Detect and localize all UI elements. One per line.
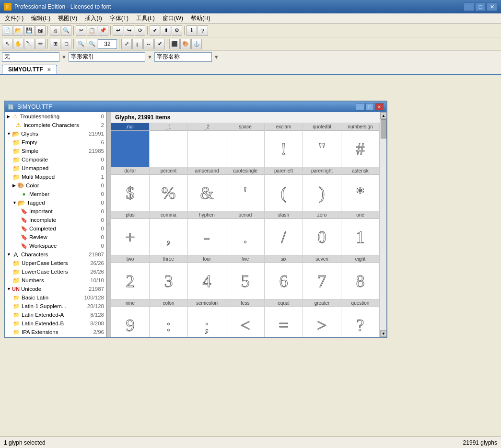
tree-item-incomplete-chars[interactable]: ⚠ Incomplete Characters 2 [5,121,106,129]
anchor-button[interactable]: ⚓ [191,39,202,49]
open-button[interactable]: 📂 [13,25,23,36]
save-button[interactable]: 💾 [24,25,35,36]
menu-view[interactable]: 视图(V) [54,13,81,23]
glyph-cell-ampersand[interactable]: ampersand & [188,167,226,211]
print-button[interactable]: 🖨 [50,25,60,36]
tree-item-ipa-ext[interactable]: 📁 IPA Extensions 2/96 [5,328,106,336]
glyph-cell-six[interactable]: six 6 [265,255,303,299]
expand-arrow-characters[interactable]: ▼ [7,252,11,257]
cut-button[interactable]: ✂ [76,25,86,36]
glyph-cell-parenright[interactable]: parenright ) [303,167,341,211]
scroll-thumb[interactable] [381,119,386,138]
glyph-cell-four[interactable]: four 4 [188,255,226,299]
glyph-scrollbar[interactable]: ▲ ▼ [380,112,386,337]
fw-restore-button[interactable]: □ [365,103,374,111]
menu-window[interactable]: 窗口(W) [159,13,187,23]
tree-item-incomplete[interactable]: 🔖 Incomplete 0 [5,216,106,224]
glyph-cell-null[interactable]: .null [111,123,150,167]
glyph-cell-plus[interactable]: plus + [111,211,150,255]
glyph-cell-asterisk[interactable]: asterisk * [341,167,380,211]
select-tool[interactable]: ↖ [2,39,12,49]
export-button[interactable]: ⬆ [161,25,171,36]
glyph-cell-nine[interactable]: nine 9 [111,299,150,337]
zoom-in[interactable]: 🔍 [87,39,97,49]
expand-arrow-color[interactable]: ▶ [12,183,16,188]
zoom-out[interactable]: 🔍 [76,39,86,49]
menu-font[interactable]: 字体(T) [106,13,132,23]
tree-item-latin-ext-b[interactable]: 📁 Latin Extended-B 8/208 [5,319,106,328]
glyph-cell-one[interactable]: one 1 [341,211,380,255]
pencil-tool[interactable]: ✏ [35,39,46,49]
glyph-cell-greater[interactable]: greater > [303,299,341,337]
replay-button[interactable]: ⟳ [135,25,145,36]
glyph-cell-seven[interactable]: seven 7 [303,255,341,299]
glyph-cell-period[interactable]: period . [226,211,265,255]
tree-item-characters[interactable]: ▼ A Characters 21987 [5,250,106,259]
tree-item-color[interactable]: ▶ 🎨 Color 0 [5,181,106,190]
glyph-name-selector[interactable]: 字形名称 [154,52,212,62]
paste-button[interactable]: 📌 [98,25,108,36]
tree-item-glyphs[interactable]: ▼ 📂 Glyphs 21991 [5,129,106,138]
font-selector[interactable]: 无 [2,52,59,62]
glyph-grid[interactable]: .null _1 _2 space [111,123,380,337]
validate-button[interactable]: ✔ [150,25,160,36]
menu-help[interactable]: 帮助(H) [187,13,214,23]
fw-minimize-button[interactable]: ─ [356,103,364,111]
transform-button[interactable]: ⤢ [121,39,132,49]
tree-item-latin-ext-a[interactable]: 📁 Latin Extended-A 8/128 [5,310,106,319]
align-button[interactable]: ⫿ [132,39,143,49]
color-button[interactable]: 🎨 [180,39,191,49]
expand-arrow-troubleshooting[interactable]: ▶ [7,114,10,119]
glyph-cell-eight[interactable]: eight 8 [341,255,380,299]
tree-item-numbers[interactable]: 📁 Numbers 10/10 [5,276,106,285]
glyph-cell-quotedbl[interactable]: quotedbl " [303,123,341,167]
glyph-cell-exclam[interactable]: exclam ! [265,123,303,167]
zoom-input[interactable]: 32 [98,39,117,49]
close-button[interactable]: ✕ [487,2,497,11]
fw-close-button[interactable]: ✕ [375,103,384,111]
tree-item-empty[interactable]: 📁 Empty 6 [5,138,106,147]
gen-button[interactable]: ⚙ [172,25,182,36]
glyph-cell-numbersign[interactable]: numbersign # [341,123,380,167]
expand-arrow-glyphs[interactable]: ▼ [7,131,11,136]
undo-button[interactable]: ↩ [113,25,123,36]
tree-item-member[interactable]: ● Member 0 [5,190,106,198]
tree-item-tagged[interactable]: ▼ 📂 Tagged 0 [5,198,106,207]
glyph-cell-two[interactable]: two 2 [111,255,150,299]
scroll-up-button[interactable]: ▲ [380,112,386,119]
glyph-cell-colon[interactable]: colon : [150,299,188,337]
info-button[interactable]: ℹ [186,25,197,36]
glyph-cell-question[interactable]: question ? [341,299,380,337]
glyph-cell-zero[interactable]: zero 0 [303,211,341,255]
glyph-cell-dollar[interactable]: dollar $ [111,167,150,211]
glyph-cell-five[interactable]: five 5 [226,255,265,299]
glyph-cell-semicolon[interactable]: semicolon ; [188,299,226,337]
glyph-cell-slash[interactable]: slash / [265,211,303,255]
find-button[interactable]: 🔍 [61,25,71,36]
tree-item-composite[interactable]: 📁 Composite 0 [5,155,106,164]
validate2-button[interactable]: ✔ [154,39,165,49]
glyph-cell-three[interactable]: three 3 [150,255,188,299]
tree-item-workspace[interactable]: 🔖 Workspace 0 [5,241,106,250]
tree-item-uppercase[interactable]: 📁 UpperCase Letters 26/26 [5,259,106,267]
tree-item-review[interactable]: 🔖 Review 0 [5,233,106,241]
save-all-button[interactable]: 🖫 [35,25,46,36]
tree-item-basic-latin[interactable]: 📁 Basic Latin 100/128 [5,293,106,302]
help2-button[interactable]: ? [198,25,208,36]
tree-item-unicode[interactable]: ▼ UN Unicode 21987 [5,285,106,293]
knife-tool[interactable]: 🔪 [24,39,35,49]
grid-view[interactable]: ⊞ [50,39,60,49]
panel-splitter[interactable]: ⋮ [106,112,111,337]
tree-item-completed[interactable]: 🔖 Completed 0 [5,224,106,233]
glyph-cell-comma[interactable]: comma , [150,211,188,255]
outline-view[interactable]: ◻ [61,39,71,49]
tree-item-important[interactable]: 🔖 Important 0 [5,207,106,216]
redo-button[interactable]: ↪ [124,25,134,36]
new-button[interactable]: 📄 [2,25,12,36]
menu-edit[interactable]: 编辑(E) [27,13,54,23]
tree-item-latin1-suppl[interactable]: 📁 Latin-1 Supplem... 20/128 [5,302,106,310]
scroll-down-button[interactable]: ▼ [380,330,386,337]
menu-tools[interactable]: 工具(L) [132,13,159,23]
glyph-cell-percent[interactable]: percent % [150,167,188,211]
expand-arrow-tagged[interactable]: ▼ [12,200,17,205]
